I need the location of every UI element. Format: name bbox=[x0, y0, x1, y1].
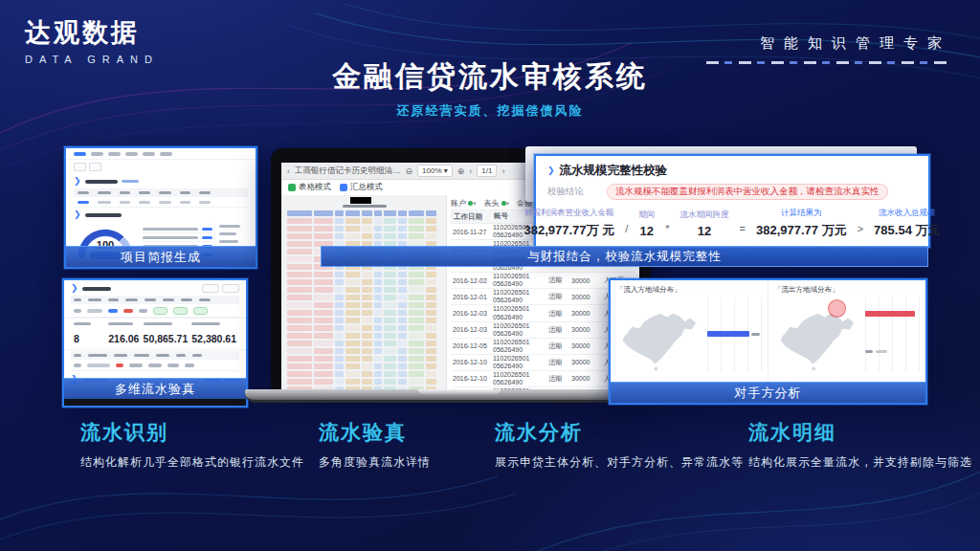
screenshot-counterparty: 「流入方地域分布」 「流出方地域分布」 bbox=[609, 278, 927, 405]
feature-verification: 流水验真 多角度验真流水详情 bbox=[319, 419, 431, 471]
screenshot-briefing: ❯ ❯ 100 bbox=[64, 146, 257, 269]
scanned-statement-pane bbox=[281, 195, 446, 389]
stat-amount-2: 50,865.71 bbox=[144, 322, 189, 346]
bar-inflow bbox=[707, 331, 749, 337]
prev-page-icon[interactable]: ‹ bbox=[469, 166, 472, 176]
page-title: 金融信贷流水审核系统 bbox=[0, 57, 980, 97]
integrity-title-row: ❯ 流水规模完整性校验 bbox=[536, 156, 928, 182]
feature-desc: 多角度验真流水详情 bbox=[319, 454, 431, 471]
filter-account[interactable]: 账户▾ bbox=[451, 198, 477, 209]
chevron-icon: ❯ bbox=[71, 284, 78, 293]
page-subtitle: 还原经营实质、挖掘偿债风险 bbox=[0, 102, 980, 120]
brand-tagline-text: 智能知识管理专家 bbox=[706, 34, 951, 53]
hotspot-bubble bbox=[828, 299, 846, 318]
feature-desc: 结构化解析几乎全部格式的银行流水文件 bbox=[80, 454, 304, 471]
brand-logo-cn: 达观数据 bbox=[25, 15, 159, 50]
zoom-level[interactable]: 100% ▾ bbox=[417, 165, 453, 177]
verify-stats: 8 216.06 50,865.71 52,380.61 bbox=[64, 318, 246, 350]
screenshot-verify: ❯ 8 216.06 50,865.71 52,380.61 bbox=[62, 278, 248, 408]
caption-briefing: 项目简报生成 bbox=[66, 246, 256, 267]
feature-analysis: 流水分析 展示申贷主体分析、对手方分析、异常流水等 bbox=[495, 419, 744, 471]
laptop-notch bbox=[418, 389, 501, 394]
status-badge bbox=[173, 307, 188, 315]
integrity-conclusion-row: 校验结论 流水规模不能覆盖财报利润表中营业收入金额，请检查流水真实性 bbox=[536, 182, 928, 202]
operator-equals: = bbox=[740, 213, 746, 234]
inflow-region-chart: 「流入方地域分布」 bbox=[611, 280, 768, 383]
china-map bbox=[772, 308, 860, 373]
feature-title: 流水验真 bbox=[319, 419, 431, 446]
operator-multiply: * bbox=[665, 213, 669, 234]
stat-amount-1: 216.06 bbox=[108, 322, 139, 346]
caption-verify: 多维流水验真 bbox=[64, 378, 246, 399]
status-badge bbox=[153, 307, 167, 315]
caret-down-icon: ▾ bbox=[506, 200, 510, 207]
china-map bbox=[614, 308, 702, 373]
table-row[interactable] bbox=[71, 360, 239, 371]
field-label: 校验结论 bbox=[547, 184, 607, 198]
summary-mode-icon bbox=[340, 184, 347, 191]
briefing-section-2: ❯ bbox=[66, 208, 256, 221]
feature-detail: 流水明细 结构化展示全量流水，并支持剔除与筛选 bbox=[748, 419, 972, 471]
redaction-box bbox=[350, 197, 371, 204]
operator-divide: / bbox=[625, 213, 628, 234]
status-badge bbox=[193, 307, 208, 315]
next-page-icon[interactable]: › bbox=[501, 166, 504, 176]
formula-item: 流水收入总规模785.54 万元 bbox=[874, 208, 940, 239]
operator-greater-than: > bbox=[858, 213, 863, 234]
caption-counterparty: 对手方分析 bbox=[611, 382, 925, 403]
chart-title: 「流出方地域分布」 bbox=[774, 285, 920, 295]
formula-item: 流水期间跨度12 bbox=[680, 209, 729, 238]
formula-item: 计算结果为382,977.77 万元 bbox=[756, 208, 847, 239]
briefing-nav bbox=[66, 148, 256, 160]
zoom-in-icon[interactable]: ⊕ bbox=[457, 166, 465, 176]
document-title: 工商银行借记卡历史明细清… bbox=[295, 165, 401, 177]
formula-item: 期间12 bbox=[638, 209, 655, 238]
caret-down-icon: ▾ bbox=[444, 166, 448, 175]
verify-table2-header bbox=[71, 351, 239, 360]
verify-table-header bbox=[71, 296, 239, 304]
feature-title: 流水分析 bbox=[495, 419, 744, 446]
verify-dark-footer bbox=[64, 399, 246, 406]
counterparty-body: 「流入方地域分布」 「流出方地域分布」 bbox=[611, 280, 925, 383]
caption-integrity: 与财报结合，校验流水规模完整性 bbox=[321, 246, 928, 267]
toolbar-button[interactable] bbox=[222, 284, 239, 293]
briefing-table-header bbox=[74, 188, 248, 197]
slide: 达观数据 DATA GRAND 智能知识管理专家 金融信贷流水审核系统 还原经营… bbox=[0, 0, 980, 551]
integrity-formula-row: 财报利润表营业收入金额382,977.77万 元 / 期间12 * 流水期间跨度… bbox=[534, 201, 930, 246]
integrity-title: 流水规模完整性校验 bbox=[560, 163, 668, 179]
toolbar-button[interactable] bbox=[202, 284, 219, 293]
outflow-bar-chart bbox=[865, 298, 921, 371]
verify-header: ❯ bbox=[64, 280, 246, 295]
briefing-tabs[interactable] bbox=[66, 160, 256, 174]
list-item[interactable] bbox=[143, 233, 212, 242]
stat-count: 8 bbox=[74, 322, 104, 346]
chevron-icon: ❯ bbox=[547, 166, 555, 175]
chart-title: 「流入方地域分布」 bbox=[616, 285, 762, 295]
feature-desc: 结构化展示全量流水，并支持剔除与筛选 bbox=[748, 454, 972, 471]
feature-desc: 展示申贷主体分析、对手方分析、异常流水等 bbox=[495, 454, 744, 471]
table-mode-button[interactable]: 表格模式 bbox=[288, 182, 331, 193]
bar-outflow bbox=[865, 311, 915, 317]
table-mode-icon bbox=[288, 184, 296, 191]
chevron-icon: ❯ bbox=[74, 177, 81, 186]
caret-down-icon: ▾ bbox=[473, 200, 477, 207]
summary-mode-button[interactable]: 汇总模式 bbox=[340, 182, 383, 193]
formula-item: 财报利润表营业收入金额382,977.77万 元 bbox=[524, 208, 615, 239]
inflow-bar-chart bbox=[707, 298, 763, 371]
feature-title: 流水明细 bbox=[748, 419, 972, 446]
conclusion-alert-pill: 流水规模不能覆盖财报利润表中营业收入金额，请检查流水真实性 bbox=[607, 184, 888, 200]
feature-title: 流水识别 bbox=[80, 419, 304, 446]
page-indicator: 1/1 bbox=[477, 165, 497, 177]
zoom-out-icon[interactable]: ⊖ bbox=[406, 166, 413, 176]
briefing-section-1: ❯ bbox=[66, 174, 256, 187]
outflow-region-chart: 「流出方地域分布」 bbox=[768, 280, 925, 383]
table-row[interactable] bbox=[74, 197, 248, 208]
back-icon[interactable]: ‹ bbox=[287, 166, 290, 176]
list-item[interactable] bbox=[143, 225, 212, 233]
table-row[interactable] bbox=[71, 304, 239, 318]
stat-amount-3: 52,380.61 bbox=[191, 322, 236, 346]
feature-recognition: 流水识别 结构化解析几乎全部格式的银行流水文件 bbox=[80, 419, 304, 471]
filter-header[interactable]: 表头▾ bbox=[484, 198, 510, 209]
scanned-statement-grid bbox=[287, 210, 442, 389]
chevron-icon: ❯ bbox=[74, 210, 81, 219]
